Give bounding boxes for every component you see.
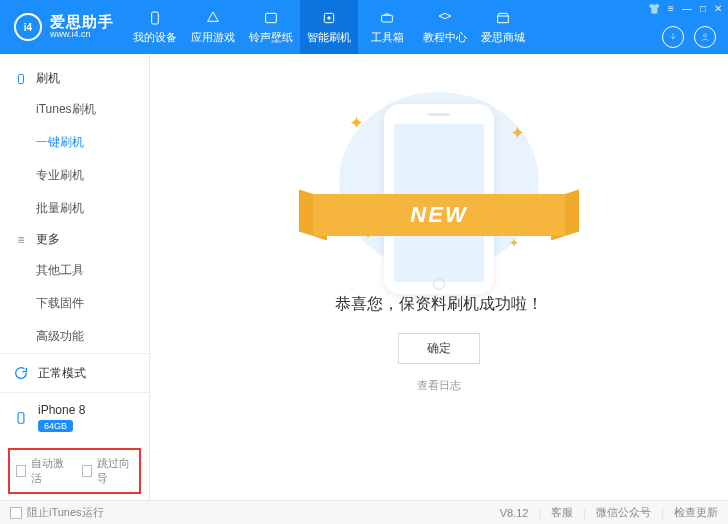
phone-icon	[12, 409, 30, 427]
skip-guide-checkbox[interactable]: 跳过向导	[82, 456, 134, 486]
brand-url: www.i4.cn	[50, 30, 114, 40]
success-illustration: ✦✦✦✦ NEW	[339, 92, 539, 272]
support-link[interactable]: 客服	[551, 505, 573, 520]
storage-badge: 64GB	[38, 420, 73, 432]
nav-label: 应用游戏	[191, 30, 235, 45]
phone-icon	[146, 9, 164, 27]
device-info[interactable]: iPhone 8 64GB	[0, 392, 149, 442]
sidebar-group-more: ≡更多	[0, 225, 149, 254]
nav-label: 我的设备	[133, 30, 177, 45]
group-label: 更多	[36, 231, 60, 248]
sidebar-item-itunes-flash[interactable]: iTunes刷机	[0, 93, 149, 126]
image-icon	[262, 9, 280, 27]
apps-icon	[204, 9, 222, 27]
nav-my-device[interactable]: 我的设备	[126, 0, 184, 54]
ok-button[interactable]: 确定	[398, 333, 480, 364]
ribbon: NEW	[313, 184, 565, 234]
svg-rect-0	[152, 12, 159, 24]
status-bar: 阻止iTunes运行 V8.12 | 客服 | 微信公众号 | 检查更新	[0, 500, 728, 524]
device-name: iPhone 8	[38, 403, 85, 417]
maximize-button[interactable]: □	[700, 3, 706, 14]
group-label: 刷机	[36, 70, 60, 87]
nav-apps[interactable]: 应用游戏	[184, 0, 242, 54]
sidebar-item-pro-flash[interactable]: 专业刷机	[0, 159, 149, 192]
download-button[interactable]	[662, 26, 684, 48]
svg-rect-3	[382, 15, 393, 22]
nav-label: 工具箱	[371, 30, 404, 45]
device-mode[interactable]: 正常模式	[0, 353, 149, 392]
flash-options-highlighted: 自动激活 跳过向导	[8, 448, 141, 494]
refresh-icon	[320, 9, 338, 27]
nav-label: 智能刷机	[307, 30, 351, 45]
checkbox-label: 阻止iTunes运行	[27, 505, 104, 520]
sidebar-item-advanced[interactable]: 高级功能	[0, 320, 149, 353]
sidebar-item-download-fw[interactable]: 下载固件	[0, 287, 149, 320]
nav-store[interactable]: 爱思商城	[474, 0, 532, 54]
menu-icon: ≡	[14, 233, 28, 247]
nav-smart-flash[interactable]: 智能刷机	[300, 0, 358, 54]
ribbon-text: NEW	[313, 194, 565, 236]
window-controls: 👕 ≡ — □ ✕	[648, 3, 722, 14]
phone-icon	[14, 72, 28, 86]
close-button[interactable]: ✕	[714, 3, 722, 14]
nav-toolbox[interactable]: 工具箱	[358, 0, 416, 54]
mode-label: 正常模式	[38, 365, 86, 382]
app-header: i4 爱思助手 www.i4.cn 我的设备 应用游戏 铃声壁纸 智能刷机 工具…	[0, 0, 728, 54]
nav-label: 铃声壁纸	[249, 30, 293, 45]
svg-rect-1	[266, 13, 277, 22]
logo-badge: i4	[14, 13, 42, 41]
main-content: ✦✦✦✦ NEW 恭喜您，保资料刷机成功啦！ 确定 查看日志	[150, 54, 728, 500]
block-itunes-checkbox[interactable]: 阻止iTunes运行	[10, 505, 104, 520]
sidebar: 刷机 iTunes刷机 一键刷机 专业刷机 批量刷机 ≡更多 其他工具 下载固件…	[0, 54, 150, 500]
sidebar-item-batch-flash[interactable]: 批量刷机	[0, 192, 149, 225]
top-nav: 我的设备 应用游戏 铃声壁纸 智能刷机 工具箱 教程中心 爱思商城	[126, 0, 532, 54]
checkbox-label: 自动激活	[31, 456, 67, 486]
svg-rect-6	[18, 412, 24, 423]
sidebar-item-other-tools[interactable]: 其他工具	[0, 254, 149, 287]
svg-point-4	[704, 34, 707, 37]
tshirt-icon[interactable]: 👕	[648, 3, 660, 14]
refresh-icon	[12, 364, 30, 382]
sidebar-group-flash: 刷机	[0, 64, 149, 93]
brand-name: 爱思助手	[50, 14, 114, 31]
checkbox-label: 跳过向导	[97, 456, 133, 486]
graduation-icon	[436, 9, 454, 27]
nav-label: 爱思商城	[481, 30, 525, 45]
success-message: 恭喜您，保资料刷机成功啦！	[335, 294, 543, 315]
version-label: V8.12	[500, 507, 529, 519]
user-button[interactable]	[694, 26, 716, 48]
svg-rect-5	[19, 74, 24, 83]
store-icon	[494, 9, 512, 27]
brand-logo: i4 爱思助手 www.i4.cn	[0, 13, 126, 41]
auto-activate-checkbox[interactable]: 自动激活	[16, 456, 68, 486]
wechat-link[interactable]: 微信公众号	[596, 505, 651, 520]
menu-icon[interactable]: ≡	[668, 3, 674, 14]
nav-tutorials[interactable]: 教程中心	[416, 0, 474, 54]
nav-label: 教程中心	[423, 30, 467, 45]
minimize-button[interactable]: —	[682, 3, 692, 14]
sidebar-item-onekey-flash[interactable]: 一键刷机	[0, 126, 149, 159]
toolbox-icon	[378, 9, 396, 27]
view-log-link[interactable]: 查看日志	[417, 378, 461, 393]
check-update-link[interactable]: 检查更新	[674, 505, 718, 520]
nav-ringtones[interactable]: 铃声壁纸	[242, 0, 300, 54]
